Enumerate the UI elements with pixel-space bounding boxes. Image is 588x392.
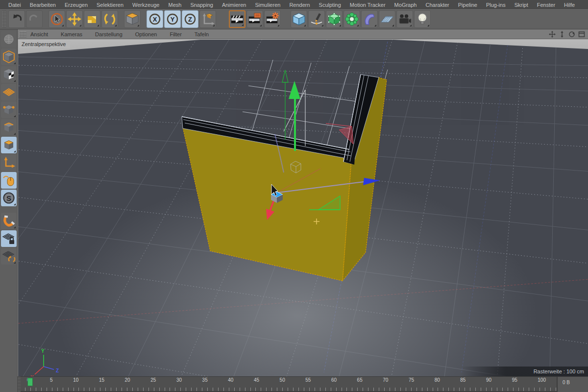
z-lock-button[interactable]: Z: [182, 10, 198, 28]
timeline-frame-label[interactable]: 90: [486, 377, 491, 385]
generator-button[interactable]: [343, 10, 360, 28]
timeline-frame-label[interactable]: 100: [538, 377, 546, 385]
add-spline-button[interactable]: [308, 10, 325, 28]
texture-mode-icon: [2, 68, 16, 81]
undo-group: [8, 10, 43, 28]
menu-item[interactable]: Skript: [510, 2, 533, 8]
live-selection-button[interactable]: [49, 10, 65, 28]
menu-item[interactable]: Rendern: [285, 2, 314, 8]
playhead-marker[interactable]: [27, 378, 33, 386]
timeline-frame-label[interactable]: 20: [125, 377, 130, 385]
viewport-canvas[interactable]: Zentralperspektive: [18, 39, 588, 376]
viewport-menu-item[interactable]: Filter: [170, 31, 188, 37]
deformer-button[interactable]: [361, 10, 378, 28]
coordinate-system-button[interactable]: [124, 10, 141, 28]
menu-item[interactable]: Datei: [4, 2, 25, 8]
move-button[interactable]: [66, 10, 83, 28]
workplane-mode-button[interactable]: [1, 84, 17, 100]
toggle-view-icon[interactable]: [578, 31, 585, 38]
viewport-menu-item[interactable]: Darstellung: [95, 31, 129, 37]
rotate-button[interactable]: [101, 10, 118, 28]
menu-item[interactable]: Snapping: [186, 2, 218, 8]
tool-group: [48, 10, 119, 28]
menu-item[interactable]: Mesh: [164, 2, 186, 8]
menu-item[interactable]: Werkzeuge: [128, 2, 164, 8]
timeline-frame-label[interactable]: 45: [254, 377, 259, 385]
menu-item[interactable]: Animieren: [218, 2, 251, 8]
snap-s-button[interactable]: S: [1, 190, 17, 206]
timeline-frame-label[interactable]: 80: [435, 377, 440, 385]
redo-button[interactable]: [26, 10, 43, 28]
points-mode-button[interactable]: [1, 101, 17, 118]
timeline-frame-label[interactable]: 55: [305, 377, 311, 385]
memory-usage: 0 B: [557, 377, 588, 392]
timeline-frame-label[interactable]: 75: [409, 377, 414, 385]
menu-item[interactable]: Sculpting: [315, 2, 345, 8]
viewport-menu-item[interactable]: Kameras: [61, 31, 89, 37]
render-view-button[interactable]: [229, 10, 245, 28]
timeline-frame-label[interactable]: 65: [357, 377, 363, 385]
edges-mode-button[interactable]: [1, 119, 17, 136]
timeline-frame-label[interactable]: 70: [383, 377, 388, 385]
add-primitive-button[interactable]: [291, 10, 307, 28]
viewport-menu-item[interactable]: Optionen: [135, 31, 164, 37]
timeline-frame-label[interactable]: 85: [460, 377, 466, 385]
rotate-view-icon[interactable]: [568, 31, 575, 38]
menu-item[interactable]: Hilfe: [560, 2, 579, 8]
workplane-button[interactable]: [199, 10, 216, 28]
render-settings-button[interactable]: [264, 10, 281, 28]
lock-workplane-button[interactable]: [1, 230, 17, 247]
menu-item[interactable]: Erzeugen: [60, 2, 92, 8]
undo-button[interactable]: [8, 10, 25, 28]
planar-workplane-button[interactable]: [1, 248, 17, 265]
zoom-view-icon[interactable]: [559, 31, 565, 38]
polygons-mode-icon: [2, 138, 16, 152]
make-editable-button[interactable]: [1, 31, 17, 48]
model-mode-button[interactable]: [1, 49, 17, 65]
subdivision-surface-button[interactable]: [326, 10, 343, 28]
menu-item[interactable]: Plug-ins: [482, 2, 510, 8]
planar-workplane-icon: [2, 249, 16, 263]
x-lock-button[interactable]: X: [147, 10, 163, 28]
timeline-frame-label[interactable]: 35: [202, 377, 208, 385]
polygons-mode-button[interactable]: [1, 137, 17, 153]
menu-item[interactable]: Fenster: [533, 2, 560, 8]
magnet-snapping-button[interactable]: [1, 213, 17, 229]
viewport-menu-item[interactable]: Ansicht: [30, 31, 55, 37]
camera-button[interactable]: [396, 10, 413, 28]
timeline-ruler[interactable]: 0510152025303540455055606570758085909510…: [21, 377, 557, 392]
timeline-frame-label[interactable]: 15: [99, 377, 104, 385]
timeline-frame-label[interactable]: 25: [150, 377, 156, 385]
menu-item[interactable]: Bearbeiten: [25, 2, 60, 8]
timeline-frame-label[interactable]: 60: [331, 377, 337, 385]
enable-axis-button[interactable]: [1, 154, 17, 171]
menu-item[interactable]: Selektieren: [92, 2, 128, 8]
menu-item[interactable]: MoGraph: [390, 2, 421, 8]
render-picture-viewer-button[interactable]: [246, 10, 263, 28]
viewport-tweak-button[interactable]: [1, 172, 17, 189]
menu-item[interactable]: Pipeline: [454, 2, 482, 8]
timeline-frame-label[interactable]: 40: [228, 377, 233, 385]
light-button[interactable]: [414, 10, 431, 28]
scale-button[interactable]: [84, 10, 100, 28]
create-group: [290, 10, 431, 28]
menu-item[interactable]: Motion Tracker: [345, 2, 390, 8]
timeline-frame-label[interactable]: 30: [176, 377, 182, 385]
texture-mode-button[interactable]: [1, 66, 17, 83]
y-lock-button[interactable]: Y: [164, 10, 181, 28]
toolbar-grip[interactable]: [2, 11, 6, 27]
menu-item[interactable]: Charakter: [421, 2, 453, 8]
edges-mode-icon: [2, 121, 16, 134]
view-label[interactable]: Zentralperspektive: [19, 41, 70, 48]
timeline-frame-label[interactable]: 10: [73, 377, 78, 385]
viewport-menubar-grip[interactable]: [20, 31, 26, 37]
pan-view-icon[interactable]: [549, 31, 556, 38]
viewport-menu-item[interactable]: Tafeln: [195, 31, 216, 37]
gear-icon: [272, 12, 279, 19]
timeline-frame-label[interactable]: 50: [280, 377, 285, 385]
timeline-frame-label[interactable]: 95: [512, 377, 517, 385]
menu-item[interactable]: Simulieren: [250, 2, 285, 8]
timeline-frame-label[interactable]: 5: [50, 377, 53, 385]
main-toolbar: X Y Z: [0, 9, 588, 29]
floor-button[interactable]: [379, 10, 395, 28]
